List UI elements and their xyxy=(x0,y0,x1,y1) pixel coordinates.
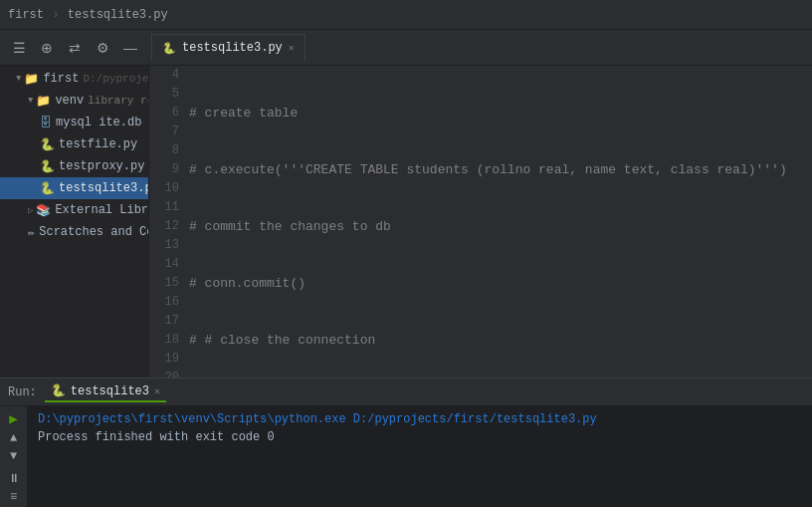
db-icon: 🗄 xyxy=(40,116,52,130)
run-panel-inner: ▶ ▲ ▼ ⏸ ≡ D:\pyprojects\first\venv\Scrip… xyxy=(0,406,812,507)
main-content: ▼ 📁 first D:/pyprojects ▼ 📁 venv library… xyxy=(0,66,812,378)
tab-bar: 🐍 testsqlite3.py ✕ xyxy=(151,34,305,62)
menu-button[interactable]: ☰ xyxy=(6,35,32,61)
py-icon-testsqlite3: 🐍 xyxy=(40,181,55,196)
run-command-line: D:\pyprojects\first\venv\Scripts\python.… xyxy=(38,412,802,426)
run-tab-bar: Run: 🐍 testsqlite3 ✕ xyxy=(0,379,812,406)
sidebar-label-testsqlite3: testsqlite3.py xyxy=(59,181,149,195)
sidebar-item-venv[interactable]: ▼ 📁 venv library roc xyxy=(0,90,148,112)
tab-close-icon[interactable]: ✕ xyxy=(289,42,295,54)
sidebar-label-scratches: Scratches and Con xyxy=(39,225,149,239)
settings-button[interactable]: ⚙ xyxy=(90,35,115,61)
sidebar-path-first: D:/pyprojects xyxy=(83,73,149,85)
tab-testsqlite3[interactable]: 🐍 testsqlite3.py ✕ xyxy=(151,34,305,62)
expand-arrow-ext-libs: ▷ xyxy=(28,205,33,216)
run-play-button[interactable]: ▶ xyxy=(3,410,25,427)
project-name: first xyxy=(8,8,44,22)
run-command-path: D:\pyprojects\first\venv\Scripts\python.… xyxy=(38,412,597,426)
run-up-button[interactable]: ▲ xyxy=(3,431,25,445)
scratch-icon: ✏ xyxy=(28,225,35,240)
sidebar-extra-venv: library roc xyxy=(88,95,149,107)
file-name: testsqlite3.py xyxy=(68,8,168,22)
bottom-panel: Run: 🐍 testsqlite3 ✕ ▶ ▲ ▼ ⏸ ≡ D:\pyproj… xyxy=(0,378,812,507)
code-line-6: # commit the changes to db xyxy=(189,217,812,236)
sidebar-item-testfile[interactable]: 🐍 testfile.py xyxy=(0,133,148,155)
py-icon-testfile: 🐍 xyxy=(40,137,55,152)
add-button[interactable]: ⊕ xyxy=(34,35,60,61)
run-label: Run: xyxy=(8,385,37,399)
toolbar: ☰ ⊕ ⇄ ⚙ — 🐍 testsqlite3.py ✕ xyxy=(0,30,812,66)
sidebar-item-testsqlite3[interactable]: 🐍 testsqlite3.py xyxy=(0,177,148,199)
folder-icon-venv: 📁 xyxy=(36,94,51,109)
tab-label: testsqlite3.py xyxy=(182,41,283,55)
folder-icon-first: 📁 xyxy=(24,72,39,87)
sidebar-label-testproxy: testproxy.py xyxy=(59,159,144,173)
sidebar-label-venv: venv xyxy=(55,94,84,108)
title-bar: first › testsqlite3.py xyxy=(0,0,812,30)
code-line-5: # c.execute('''CREATE TABLE students (ro… xyxy=(189,160,812,179)
run-pause-button[interactable]: ⏸ xyxy=(3,471,25,486)
sidebar-item-testproxy[interactable]: 🐍 testproxy.py xyxy=(0,155,148,177)
sidebar-item-scratches[interactable]: ✏ Scratches and Con xyxy=(0,221,148,243)
code-content[interactable]: # create table # c.execute('''CREATE TAB… xyxy=(185,66,812,378)
sidebar: ▼ 📁 first D:/pyprojects ▼ 📁 venv library… xyxy=(0,66,149,378)
sidebar-item-first[interactable]: ▼ 📁 first D:/pyprojects xyxy=(0,68,148,90)
expand-arrow-venv: ▼ xyxy=(28,96,33,106)
run-tab-label: testsqlite3 xyxy=(71,384,149,398)
run-scroll-button[interactable]: ≡ xyxy=(3,490,25,504)
run-output: D:\pyprojects\first\venv\Scripts\python.… xyxy=(28,406,812,507)
run-side-buttons: ▶ ▲ ▼ ⏸ ≡ xyxy=(0,406,28,507)
run-tab-testsqlite3[interactable]: 🐍 testsqlite3 ✕ xyxy=(45,381,166,402)
sidebar-label-mysqlitedb: mysql ite.db xyxy=(56,116,141,129)
code-line-7: # conn.commit() xyxy=(189,274,812,293)
sidebar-item-external-libs[interactable]: ▷ 📚 External Libraries xyxy=(0,199,148,221)
editor[interactable]: 4 5 6 7 8 9 10 11 12 13 14 15 16 17 18 1… xyxy=(149,66,812,378)
sidebar-label-testfile: testfile.py xyxy=(59,137,137,151)
run-process-output: Process finished with exit code 0 xyxy=(38,430,802,444)
sidebar-label-ext-libs: External Libraries xyxy=(55,203,149,217)
lib-icon: 📚 xyxy=(36,203,51,218)
sidebar-label-first: first xyxy=(43,72,79,86)
swap-button[interactable]: ⇄ xyxy=(62,35,88,61)
code-area: 4 5 6 7 8 9 10 11 12 13 14 15 16 17 18 1… xyxy=(149,66,812,378)
line-numbers: 4 5 6 7 8 9 10 11 12 13 14 15 16 17 18 1… xyxy=(149,66,185,378)
run-down-button[interactable]: ▼ xyxy=(3,449,25,463)
code-line-8: # # close the connection xyxy=(189,331,812,350)
run-tab-python-icon: 🐍 xyxy=(51,383,66,398)
python-file-icon: 🐍 xyxy=(162,42,176,55)
sidebar-item-mysqlitedb[interactable]: 🗄 mysql ite.db xyxy=(0,112,148,133)
minimize-button[interactable]: — xyxy=(117,35,143,61)
py-icon-testproxy: 🐍 xyxy=(40,159,55,174)
run-tab-close[interactable]: ✕ xyxy=(154,385,160,397)
code-line-4: # create table xyxy=(189,104,812,123)
expand-arrow-first: ▼ xyxy=(16,74,21,84)
